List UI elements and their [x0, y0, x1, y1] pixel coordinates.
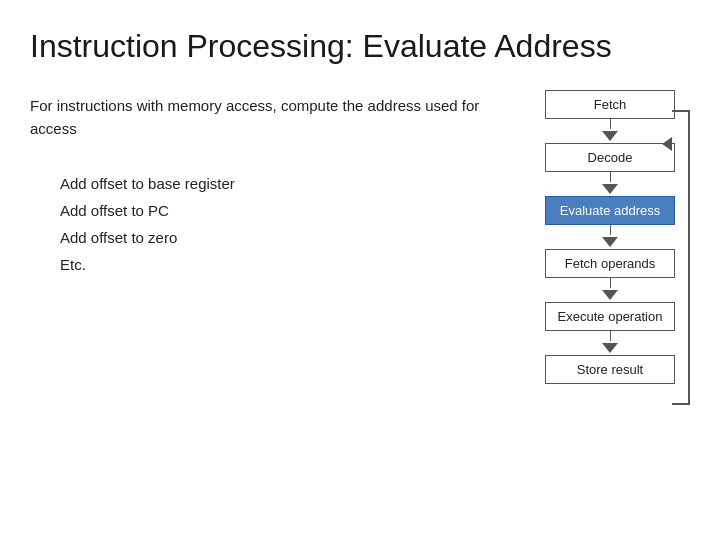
left-panel: For instructions with memory access, com…	[30, 85, 510, 384]
description-text: For instructions with memory access, com…	[30, 95, 510, 140]
arrow-5	[602, 331, 618, 355]
arrow-4	[602, 278, 618, 302]
bullet-list: Add offset to base register Add offset t…	[30, 170, 510, 278]
list-item: Add offset to base register	[60, 170, 510, 197]
arrow-2	[602, 172, 618, 196]
flowchart-step-fetch: Fetch	[545, 90, 675, 119]
flowchart-step-fetch-operands: Fetch operands	[545, 249, 675, 278]
main-content: For instructions with memory access, com…	[0, 85, 720, 384]
flowchart-step-decode: Decode	[545, 143, 675, 172]
bracket-arrow	[662, 137, 672, 151]
list-item: Add offset to zero	[60, 224, 510, 251]
flowchart-step-evaluate-address: Evaluate address	[545, 196, 675, 225]
page-title: Instruction Processing: Evaluate Address	[0, 0, 720, 85]
list-item: Etc.	[60, 251, 510, 278]
list-item: Add offset to PC	[60, 197, 510, 224]
flowchart-step-execute-operation: Execute operation	[545, 302, 675, 331]
flow-bracket	[672, 110, 690, 405]
arrow-3	[602, 225, 618, 249]
arrow-1	[602, 119, 618, 143]
flowchart-step-store-result: Store result	[545, 355, 675, 384]
flowchart: Fetch Decode Evaluate address Fetch oper…	[530, 85, 690, 384]
